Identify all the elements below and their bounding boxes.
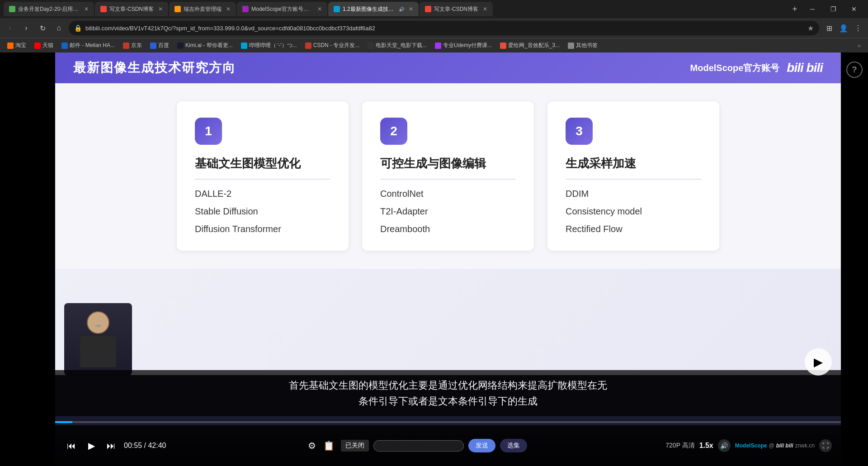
more-bookmarks[interactable]: » (854, 40, 864, 51)
card-1: 1 基础文生图模型优化 DALLE-2 Stable Diffusion Dif… (177, 101, 349, 251)
card-1-item-1: DALLE-2 (195, 189, 330, 199)
card-2-items: ControlNet T2I-Adapter Dreambooth (380, 189, 516, 234)
bookmark-item-1[interactable]: 天猫 (31, 40, 57, 51)
bookmark-label-7: CSDN - 专业开发... (313, 42, 360, 49)
slide-brand: ModelScope官方账号 bili bili (690, 61, 823, 75)
progress-bar-fill (55, 421, 72, 423)
profile-button[interactable]: 👤 (837, 22, 850, 34)
volume-icon[interactable]: 🔊 (718, 439, 731, 452)
new-tab-button[interactable]: + (788, 3, 801, 15)
skip-back-button[interactable]: ⏮ (64, 438, 79, 453)
tab-favicon-tab2 (100, 6, 107, 12)
danmaku-input[interactable] (373, 440, 464, 452)
tab-close-tab2[interactable]: ✕ (158, 6, 163, 12)
bookmark-favicon-4 (150, 43, 156, 49)
bookmark-favicon-8 (368, 43, 374, 49)
browser-chrome: 业务开发Day2-20-启用·素✕写文章-CSDN博客✕瑞吉外卖管理端✕Mode… (0, 0, 868, 52)
danmaku-icon[interactable]: 📋 (322, 438, 336, 453)
card-2-item-3: Dreambooth (380, 224, 516, 234)
close-button[interactable]: ✕ (844, 0, 864, 18)
address-text: bilibili.com/video/BV1vT421k7Qc/?spm_id_… (85, 25, 804, 32)
refresh-button[interactable]: ↻ (36, 22, 49, 34)
bookmark-item-10[interactable]: 爱给网_音效配乐_3... (496, 40, 563, 51)
card-1-title: 基础文生图模型优化 (195, 156, 330, 180)
window-controls: ─ ❐ ✕ (802, 0, 864, 18)
right-controls: 720P 高清 1.5x 🔊 ModelScope @ bili bili zn… (665, 439, 832, 452)
tab-tab2[interactable]: 写文章-CSDN博客✕ (95, 2, 168, 16)
play-button[interactable]: ▶ (84, 438, 99, 453)
bookmark-favicon-10 (500, 43, 506, 49)
tab-close-tab6[interactable]: ✕ (483, 6, 487, 12)
send-button[interactable]: 发送 (468, 439, 495, 452)
tab-label-tab6: 写文章-CSDN博客 (434, 5, 478, 13)
main-content: 最新图像生成技术研究方向 ModelScope官方账号 bili bili 1 … (0, 52, 868, 466)
bookmark-label-6: 哔哩哔哩（ '-'）つ... (249, 42, 297, 49)
danmaku-off-label[interactable]: 已关闭 (341, 440, 369, 452)
left-bar (0, 52, 55, 466)
slide-container: 最新图像生成技术研究方向 ModelScope官方账号 bili bili 1 … (55, 52, 841, 375)
skip-forward-button[interactable]: ⏭ (104, 438, 118, 453)
bookmark-item-0[interactable]: 淘宝 (4, 40, 30, 51)
settings-icon[interactable]: ⚙ (305, 438, 319, 453)
quality-badge[interactable]: 720P 高清 (665, 442, 694, 450)
bookmarks-bar: 淘宝天猫邮件 - Meilan HA...京东百度Kimi.ai - 帮你看更.… (0, 38, 868, 52)
current-time: 00:55 (124, 442, 142, 449)
home-button[interactable]: ⌂ (52, 22, 65, 34)
menu-button[interactable]: ⋮ (852, 22, 864, 34)
bookmark-favicon-11 (568, 43, 574, 49)
bookmark-item-6[interactable]: 哔哩哔哩（ '-'）つ... (237, 40, 301, 51)
card-3-items: DDIM Consistency model Rectified Flow (566, 189, 701, 234)
person-overlay: 👓 (64, 303, 132, 376)
tab-close-tab5[interactable]: ✕ (409, 6, 413, 12)
tab-tab1[interactable]: 业务开发Day2-20-启用·素✕ (4, 2, 94, 16)
bookmark-favicon-2 (61, 43, 68, 49)
card-1-number: 1 (195, 118, 222, 145)
bookmark-item-8[interactable]: 电影天堂_电影下载... (364, 40, 430, 51)
tv-play-button[interactable]: ▶ (805, 348, 832, 376)
bookmark-item-7[interactable]: CSDN - 专业开发... (302, 40, 363, 51)
bookmark-label-0: 淘宝 (15, 42, 26, 49)
bookmark-favicon-3 (123, 43, 129, 49)
bookmark-favicon-1 (34, 43, 41, 49)
slide-title: 最新图像生成技术研究方向 (73, 59, 236, 76)
bookmark-item-5[interactable]: Kimi.ai - 帮你看更... (174, 40, 236, 51)
card-3-item-2: Consistency model (566, 206, 701, 217)
subtitle-bar: 首先基础文生图的模型优化主要是通过优化网络结构来提高扩散模型在无 条件引导下或者… (55, 370, 841, 416)
address-bar[interactable]: 🔒 bilibili.com/video/BV1vT421k7Qc/?spm_i… (69, 21, 819, 35)
right-bar: ? (841, 52, 868, 466)
tab-tab5[interactable]: 1.2最新图像生成技术研...🔊✕ (328, 2, 419, 16)
tab-close-tab3[interactable]: ✕ (226, 6, 231, 12)
speed-badge[interactable]: 1.5x (699, 442, 713, 450)
tab-close-tab4[interactable]: ✕ (317, 6, 322, 12)
card-2-number: 2 (380, 118, 407, 145)
tab-tab6[interactable]: 写文章-CSDN博客✕ (420, 2, 493, 16)
card-3: 3 生成采样加速 DDIM Consistency model Rectifie… (547, 101, 719, 251)
bookmark-favicon-9 (435, 43, 441, 49)
progress-bar-container[interactable] (55, 421, 841, 423)
bookmark-label-5: Kimi.ai - 帮你看更... (185, 42, 233, 49)
bookmark-item-11[interactable]: 其他书签 (564, 40, 601, 51)
bookmark-item-9[interactable]: 专业Udemy付费课... (431, 40, 495, 51)
help-button[interactable]: ? (846, 62, 863, 78)
bottom-brand: ModelScope @ bili bili znwk.cn (735, 442, 815, 449)
bookmark-item-3[interactable]: 京东 (119, 40, 146, 51)
bookmark-item-2[interactable]: 邮件 - Meilan HA... (58, 40, 118, 51)
select-button[interactable]: 选集 (500, 439, 527, 452)
bookmark-item-4[interactable]: 百度 (146, 40, 173, 51)
card-2-title: 可控生成与图像编辑 (380, 156, 516, 180)
fullscreen-icon[interactable]: ⛶ (819, 439, 832, 452)
minimize-button[interactable]: ─ (802, 0, 823, 18)
bookmark-favicon-0 (7, 43, 14, 49)
tab-tab3[interactable]: 瑞吉外卖管理端✕ (169, 2, 236, 16)
extensions-button[interactable]: ⊞ (823, 22, 835, 34)
back-button[interactable]: ‹ (4, 22, 16, 34)
bookmark-label-4: 百度 (158, 42, 169, 49)
subtitle-line1: 首先基础文生图的模型优化主要是通过优化网络结构来提高扩散模型在无 (73, 377, 823, 393)
video-area[interactable]: 最新图像生成技术研究方向 ModelScope官方账号 bili bili 1 … (55, 52, 841, 466)
tab-tab4[interactable]: ModelScope官方账号的个...✕ (237, 2, 327, 16)
forward-button[interactable]: › (20, 22, 33, 34)
bilibili-logo: bili bili (787, 61, 823, 75)
maximize-button[interactable]: ❐ (823, 0, 844, 18)
tab-close-tab1[interactable]: ✕ (84, 6, 89, 12)
cards-area: 1 基础文生图模型优化 DALLE-2 Stable Diffusion Dif… (55, 83, 841, 269)
